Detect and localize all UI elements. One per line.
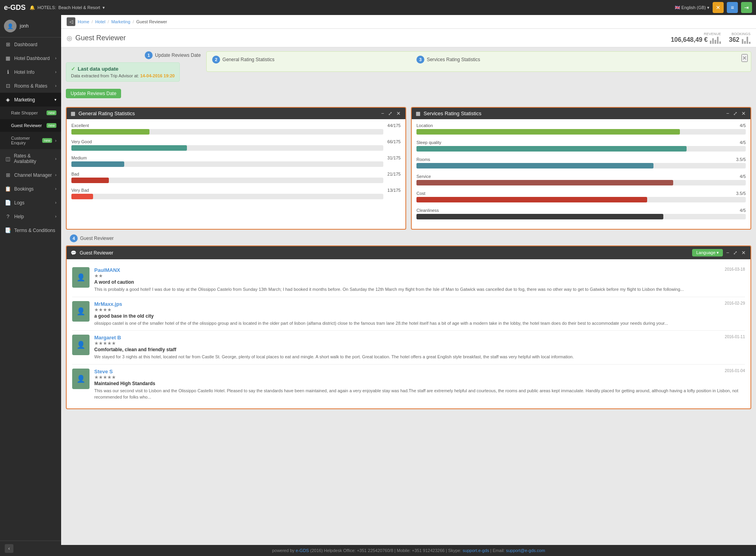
sidebar-item-label: Hotel Dashboard: [14, 56, 50, 61]
rating-bar-bg: [416, 214, 746, 219]
help-icon: ?: [5, 213, 11, 219]
avatar-icon: 👤: [77, 307, 85, 316]
sidebar-item-hotel-info[interactable]: ℹ Hotel Info ›: [0, 65, 61, 79]
sidebar-item-logs[interactable]: 📄 Logs ›: [0, 196, 61, 210]
close-button[interactable]: ✕: [741, 250, 747, 256]
footer-brand-link[interactable]: e-GDS: [296, 548, 309, 553]
breadcrumb-sep2: /: [108, 19, 109, 24]
percent-badge: 17%: [401, 161, 406, 165]
chevron-right-icon: ›: [55, 84, 56, 88]
panel-icon: ▦: [71, 110, 75, 116]
sidebar-item-rooms-rates[interactable]: ⊡ Rooms & Rates ›: [0, 79, 61, 93]
breadcrumb-home[interactable]: Home: [78, 19, 89, 24]
minimize-button[interactable]: −: [725, 250, 730, 256]
general-rating-body: Excellent 44/175 25%: [67, 119, 405, 208]
rating-bar-bg: [416, 197, 746, 202]
sidebar-item-channel-manager[interactable]: ⊞ Channel Manager ›: [0, 168, 61, 182]
review-item: 👤 MrMaxx.jps ★★★★ 2016-02-29: [72, 297, 745, 331]
sidebar-item-hotel-dashboard[interactable]: ▦ Hotel Dashboard ›: [0, 51, 61, 65]
general-rating-header: ▦ General Rating Statistics − ⤢ ✕: [67, 108, 405, 119]
service-row-cleanliness: Cleanliness 4/5: [416, 208, 746, 219]
panel-header-left: 💬 Guest Reviewer: [71, 250, 113, 256]
export-button[interactable]: ⇥: [741, 2, 752, 13]
sidebar-item-customer-enquiry[interactable]: Customer Enquiry new ›: [0, 132, 61, 149]
step-labels-row: 2 General Rating Statistics 3 Services R…: [212, 56, 745, 66]
checkmark-icon: ✓: [71, 66, 75, 72]
close-button[interactable]: ✕: [713, 2, 724, 13]
review-title: Comfortable, clean and friendly staff: [94, 347, 745, 352]
panel-header-actions: − ⤢ ✕: [725, 110, 747, 116]
reviewer-name[interactable]: Steve S: [94, 369, 116, 374]
review-date: 2016-03-18: [725, 267, 745, 271]
breadcrumb-marketing[interactable]: Marketing: [111, 19, 130, 24]
rating-bar-fill: [71, 161, 124, 167]
expand-button[interactable]: ⤢: [732, 250, 738, 256]
minimize-button[interactable]: −: [380, 110, 385, 116]
minimize-button[interactable]: −: [725, 110, 730, 116]
reviewer-name[interactable]: Margaret B: [94, 335, 121, 341]
sidebar-item-help[interactable]: ? Help ›: [0, 210, 61, 223]
back-button[interactable]: ◁: [67, 17, 75, 26]
chevron-right-icon: ›: [55, 56, 56, 60]
review-content: Steve S ★★★★★ 2016-01-04 Maintained High…: [94, 369, 745, 401]
rating-bar-fill: [416, 197, 647, 202]
sidebar-item-rates-availability[interactable]: ◫ Rates & Availability ›: [0, 149, 61, 168]
reviewer-name[interactable]: MrMaxx.jps: [94, 301, 122, 307]
chevron-down-icon: ▾: [103, 5, 105, 10]
rating-bar-wrap: 25%: [71, 129, 401, 135]
update-reviews-button[interactable]: Update Reviews Date: [66, 89, 121, 98]
service-label-cleanliness: Cleanliness 4/5: [416, 208, 746, 213]
menu-button[interactable]: ≡: [727, 2, 738, 13]
sidebar-item-marketing[interactable]: ◈ Marketing ▾: [0, 93, 61, 107]
sidebar-item-dashboard[interactable]: ⊞ Dashboard: [0, 37, 61, 51]
chevron-down-icon: ▾: [54, 97, 56, 102]
footer-text: powered by: [272, 548, 296, 553]
rating-bar-fill: [416, 214, 663, 219]
rating-bar-bg: [71, 161, 383, 167]
language-button[interactable]: 🇬🇧 English (GB) ▾: [675, 5, 709, 10]
sidebar-item-label: Rates & Availability: [14, 153, 52, 164]
service-label-service: Service 4/5: [416, 174, 746, 179]
footer-skype-link[interactable]: support.e-gds: [463, 548, 489, 553]
percent-badge: 12%: [401, 177, 406, 182]
sidebar-item-guest-reviewer[interactable]: Guest Reviewer new: [0, 119, 61, 132]
sidebar-item-terms[interactable]: 📑 Terms & Conditions: [0, 223, 61, 237]
chevron-right-icon: ›: [55, 200, 56, 205]
sidebar-item-label: Rooms & Rates: [14, 83, 47, 89]
hint-close-button[interactable]: ✕: [741, 54, 748, 62]
review-text: This was our second visit to Lisbon and …: [94, 388, 745, 401]
page-title-bar: ◎ Guest Reviewer REVENUE 106,648,49 €: [61, 29, 756, 47]
content-area: ◁ Home / Hotel / Marketing / Guest Revie…: [61, 15, 756, 556]
service-row-service: Service 4/5: [416, 174, 746, 185]
hotel-name[interactable]: Beach Hotel & Resort: [58, 5, 100, 10]
language-dropdown-button[interactable]: Language ▾: [692, 249, 723, 256]
rating-bar-fill: [71, 178, 109, 183]
marketing-icon: ◈: [5, 97, 11, 103]
close-button[interactable]: ✕: [396, 110, 401, 116]
username: jonh: [20, 23, 29, 29]
service-row-rooms: Rooms 3.5/5: [416, 157, 746, 168]
sidebar-item-label: Hotel Info: [14, 69, 34, 75]
service-row-cost: Cost 3.5/5: [416, 191, 746, 202]
chevron-right-icon: ›: [55, 173, 56, 177]
rating-bar-fill: [416, 146, 687, 152]
footer-email-link[interactable]: support@e-gds.com: [506, 548, 545, 553]
expand-button[interactable]: ⤢: [732, 110, 738, 116]
avatar-icon: 👤: [77, 374, 85, 383]
sidebar-item-label: Dashboard: [14, 42, 37, 47]
reviewer-name[interactable]: PaulMANX: [94, 267, 120, 273]
sidebar-item-label: Channel Manager: [14, 172, 52, 178]
update-section: 1 Update Reviews Date ✓ Last data update…: [66, 51, 201, 102]
guest-reviewer-panel: 💬 Guest Reviewer Language ▾ − ⤢ ✕: [66, 245, 751, 409]
breadcrumb-hotel[interactable]: Hotel: [95, 19, 105, 24]
sidebar-item-bookings[interactable]: 📋 Bookings ›: [0, 182, 61, 196]
sidebar-item-rate-shopper[interactable]: Rate Shopper new: [0, 107, 61, 119]
service-label-cost: Cost 3.5/5: [416, 191, 746, 196]
expand-button[interactable]: ⤢: [387, 110, 393, 116]
review-list: 👤 PaulMANX ★★ 2016-03-18: [67, 259, 750, 408]
breadcrumb-current: Guest Reviewer: [136, 19, 167, 24]
close-button[interactable]: ✕: [741, 110, 747, 116]
collapse-sidebar-button[interactable]: ‹: [5, 544, 13, 553]
rating-bar-wrap: 7%: [71, 194, 401, 199]
chevron-right-icon: ›: [55, 187, 56, 191]
